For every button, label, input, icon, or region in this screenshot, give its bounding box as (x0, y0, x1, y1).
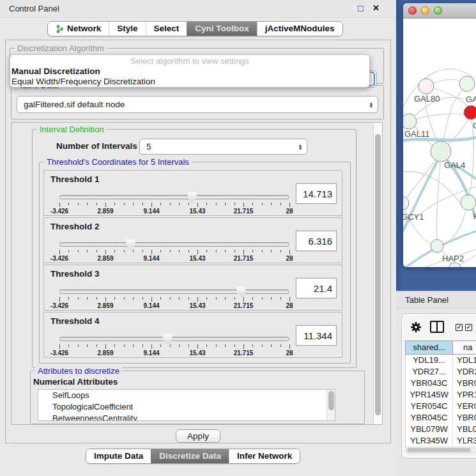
network-window-titlebar[interactable] (403, 3, 476, 19)
attribute-list-item[interactable]: TopologicalCoefficient (38, 401, 335, 413)
network-node[interactable] (431, 240, 443, 252)
table-cell-name[interactable]: YBL0 (453, 424, 476, 435)
slider-tick (87, 297, 88, 300)
table-row[interactable]: YDL19...YDL1 (406, 355, 476, 366)
threshold-value-field[interactable]: 11.344 (296, 325, 337, 346)
close-traffic-light-icon[interactable] (408, 6, 417, 15)
slider-thumb[interactable] (162, 334, 173, 345)
slider-tick (96, 203, 97, 205)
table-cell-shared-name[interactable]: YDL19... (406, 355, 453, 366)
table-cell-shared-name[interactable]: YER054C (406, 401, 453, 412)
table-cell-shared-name[interactable]: YBL079W (406, 424, 453, 435)
tab-select[interactable]: Select (146, 22, 187, 36)
checkbox-icon[interactable]: ✓ (456, 324, 463, 331)
network-node[interactable] (461, 195, 476, 210)
threshold-value-field[interactable]: 21.4 (296, 278, 337, 298)
network-node[interactable] (459, 76, 475, 91)
table-cell-name[interactable]: YPR1 (453, 389, 476, 401)
table-panel-toolbar: ✓ ✓ (402, 314, 476, 339)
table-cell-shared-name[interactable]: YBR043C (406, 378, 453, 389)
table-row[interactable]: YER054CYER0 (406, 401, 476, 412)
slider-thumb[interactable] (126, 239, 136, 250)
split-panel-icon[interactable] (430, 321, 444, 333)
table-row[interactable]: YBR045CYBR0 (406, 412, 476, 424)
slider-tick (243, 203, 244, 207)
tab-style[interactable]: Style (109, 22, 145, 36)
algorithm-option-manual[interactable]: Manual Discretization (10, 66, 369, 77)
table-row[interactable]: YBL079WYBL0 (406, 424, 476, 435)
table-data-group: Table Data galFiltered.sif default node … (11, 85, 384, 119)
checkbox-icon[interactable]: ✓ (465, 324, 472, 331)
table-cell-name[interactable]: YLR3 (453, 435, 476, 447)
slider-tick-label: 15.43 (189, 255, 205, 262)
table-cell-shared-name[interactable]: YDR27... (406, 366, 453, 378)
tab-discretize-data[interactable]: Discretize Data (151, 449, 229, 463)
slider-track[interactable] (59, 337, 289, 341)
slider-thumb[interactable] (187, 192, 197, 203)
numerical-attributes-list[interactable]: SelfLoopsTopologicalCoefficientBetweenne… (38, 389, 335, 421)
gear-icon[interactable] (410, 321, 422, 334)
table-hscrollbar[interactable] (405, 447, 476, 454)
slider-tick (151, 344, 152, 349)
slider-tick (234, 344, 235, 347)
settings-scrollbar[interactable] (373, 123, 382, 424)
slider-tick (124, 297, 125, 300)
network-node[interactable] (431, 141, 451, 162)
tab-cyni-toolbox[interactable]: Cyni Toolbox (187, 22, 257, 36)
table-cell-name[interactable]: YER0 (453, 401, 476, 412)
slider-thumb[interactable] (236, 286, 246, 298)
threshold-value-field[interactable]: 6.316 (296, 231, 337, 251)
table-cell-shared-name[interactable]: YLR345W (406, 435, 453, 447)
slider-tick (105, 297, 106, 302)
column-header-name[interactable]: na (453, 341, 476, 354)
table-data-combobox[interactable]: galFiltered.sif default node ▲▼ (17, 96, 378, 113)
minimize-traffic-light-icon[interactable] (421, 6, 429, 15)
float-window-icon[interactable]: □ (358, 3, 363, 13)
slider-track[interactable] (59, 289, 289, 294)
table-row[interactable]: YDR27...YDR2 (406, 366, 476, 378)
table-cell-name[interactable]: YDR2 (453, 366, 476, 378)
table-row[interactable]: YLR345WYLR3 (406, 435, 476, 447)
network-node[interactable] (464, 105, 476, 119)
table-cell-name[interactable]: YBR0 (453, 378, 476, 389)
network-node[interactable] (449, 263, 461, 267)
table-cell-name[interactable]: YDL1 (453, 355, 476, 366)
close-icon[interactable]: ✕ (372, 3, 380, 13)
slider-tick-label: 15.43 (189, 208, 205, 215)
attributes-scrollbar[interactable] (326, 390, 335, 420)
attribute-list-item[interactable]: SelfLoops (38, 390, 335, 401)
table-cell-shared-name[interactable]: YPR145W (406, 389, 453, 401)
table-row[interactable]: YBR043CYBR0 (406, 378, 476, 389)
tab-network[interactable]: Network (48, 22, 109, 36)
slider-tick-label: 15.43 (189, 302, 205, 309)
algorithm-option-equal-width[interactable]: Equal Width/Frequency Discretization (10, 77, 369, 87)
table-hscrollbar-thumb[interactable] (407, 448, 471, 452)
slider-tick (170, 297, 171, 300)
number-of-intervals-combobox[interactable]: 5 ▲▼ (139, 139, 307, 155)
tab-network-label: Network (67, 22, 101, 36)
table-cell-shared-name[interactable]: YBR045C (406, 412, 453, 424)
attribute-list-item[interactable]: BetweennessCentrality (38, 413, 335, 421)
algorithm-placeholder-option[interactable]: Select algorithm to view settings (10, 56, 369, 66)
network-node[interactable] (403, 114, 417, 129)
network-node[interactable] (403, 196, 409, 210)
attributes-scrollbar-thumb[interactable] (328, 391, 334, 410)
slider-tick (87, 250, 88, 252)
network-view-window[interactable]: GAL80GACGAL11GAL4GCY1HHAP2 (403, 3, 476, 267)
network-node[interactable] (418, 79, 434, 94)
slider-tick-label: -3.426 (50, 349, 68, 357)
tab-infer-network[interactable]: Infer Network (229, 449, 300, 463)
apply-button[interactable]: Apply (176, 429, 220, 443)
network-canvas[interactable]: GAL80GACGAL11GAL4GCY1HHAP2 (403, 19, 476, 267)
slider-track[interactable] (59, 242, 289, 247)
tab-impute-data[interactable]: Impute Data (86, 449, 151, 463)
table-cell-name[interactable]: YBR0 (453, 412, 476, 424)
column-header-shared[interactable]: shared... (406, 341, 453, 354)
slider-tick (280, 203, 281, 205)
table-row[interactable]: YPR145WYPR1 (406, 389, 476, 401)
threshold-value-field[interactable]: 14.713 (296, 183, 337, 204)
zoom-traffic-light-icon[interactable] (434, 6, 442, 15)
slider-track[interactable] (59, 195, 289, 199)
tab-jactivemnodules[interactable]: jActiveMNodules (257, 22, 342, 36)
settings-scrollbar-thumb[interactable] (375, 134, 381, 415)
